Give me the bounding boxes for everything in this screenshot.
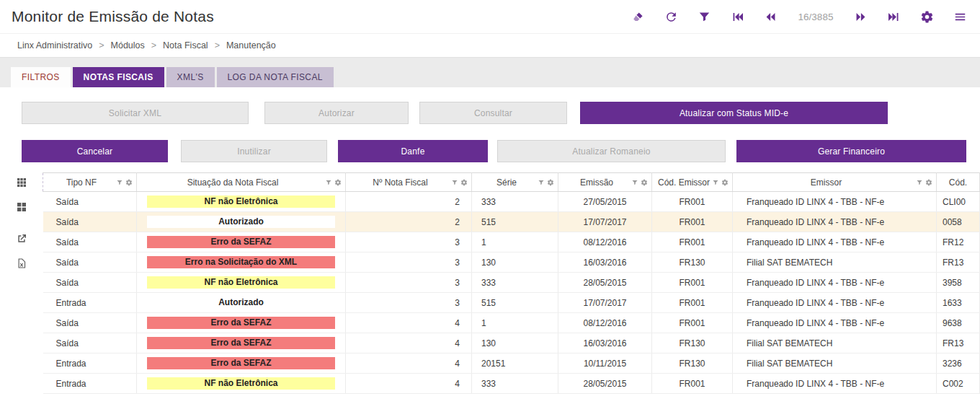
cell-situacao: NF não Eletrônica: [137, 192, 346, 212]
cell-tipo-nf: Saída: [43, 252, 137, 273]
column-filter-icon[interactable]: [116, 179, 123, 186]
table-row[interactable]: Saída Autorizado 2 515 17/07/2017 FR001 …: [43, 212, 980, 232]
next-page-icon[interactable]: [854, 10, 868, 24]
cell-cod: 3958: [937, 273, 980, 293]
table-row[interactable]: Entrada NF não Eletrônica 4 333 28/05/20…: [43, 374, 980, 394]
cell-situacao: Erro da SEFAZ: [137, 232, 346, 252]
status-badge: Erro da SEFAZ: [147, 357, 334, 369]
column-header-cod-emissor[interactable]: Cód. Emissor: [652, 173, 733, 192]
cell-emissor: Franqueado ID LINX 4 - TBB - NF-e: [733, 232, 937, 252]
consultar-button[interactable]: Consultar: [419, 102, 567, 124]
table-row[interactable]: Saída Erro da SEFAZ 3 1 08/12/2016 FR001…: [43, 232, 980, 252]
table-row[interactable]: Saída NF não Eletrônica 3 333 28/05/2015…: [43, 273, 980, 293]
column-header-emissao[interactable]: Emissão: [558, 173, 652, 192]
first-page-icon[interactable]: [731, 10, 744, 24]
column-header-serie[interactable]: Série: [472, 173, 558, 192]
cell-tipo-nf: Saída: [43, 212, 137, 232]
column-header-emissor[interactable]: Emissor: [733, 173, 937, 192]
cell-cod: FR12: [937, 232, 980, 252]
cell-emissor: Franqueado ID LINX 4 - TBB - NF-e: [733, 212, 937, 232]
column-filter-icon[interactable]: [712, 179, 719, 186]
column-filter-icon[interactable]: [916, 179, 923, 186]
cell-numero-nota-fiscal: 3: [346, 293, 472, 313]
cell-cod-emissor: FR130: [652, 333, 733, 354]
autorizar-button[interactable]: Autorizar: [264, 102, 409, 124]
cell-situacao: Autorizado: [137, 212, 346, 232]
cell-emissao: 17/07/2017: [558, 293, 652, 313]
cell-serie: 333: [472, 374, 558, 394]
breadcrumb-item[interactable]: Nota Fiscal: [163, 40, 208, 50]
gear-icon[interactable]: [920, 10, 934, 24]
column-gear-icon[interactable]: [547, 179, 554, 186]
atualizar-romaneio-button[interactable]: Atualizar Romaneio: [497, 140, 726, 162]
cell-cod: C002: [937, 374, 980, 394]
status-badge: Erro da SEFAZ: [147, 337, 334, 349]
tab-xmls[interactable]: XML'S: [166, 67, 215, 87]
column-gear-icon[interactable]: [125, 179, 133, 186]
open-external-icon[interactable]: [16, 233, 27, 247]
tab-notas-fiscais[interactable]: NOTAS FISCAIS: [73, 67, 164, 87]
column-gear-icon[interactable]: [721, 179, 729, 186]
column-gear-icon[interactable]: [334, 179, 342, 186]
last-page-icon[interactable]: [887, 10, 901, 24]
table-row[interactable]: Entrada Autorizado 3 515 17/07/2017 FR00…: [43, 293, 980, 313]
cell-emissao: 10/11/2015: [558, 354, 652, 374]
previous-page-icon[interactable]: [764, 10, 778, 24]
refresh-icon[interactable]: [664, 10, 678, 24]
atualizar-status-mid-e-button[interactable]: Atualizar com Status MID-e: [580, 102, 888, 124]
menu-icon[interactable]: [953, 10, 967, 24]
table-row[interactable]: Saída NF não Eletrônica 2 333 27/05/2015…: [43, 192, 980, 212]
column-header-cod[interactable]: Cód.: [937, 173, 980, 192]
cell-numero-nota-fiscal: 2: [346, 192, 472, 212]
column-header-situacao[interactable]: Situação da Nota Fiscal: [137, 173, 346, 192]
breadcrumb-item[interactable]: Manutenção: [226, 40, 276, 50]
tab-bar: FILTROS NOTAS FISCAIS XML'S LOG DA NOTA …: [0, 58, 980, 87]
table-row[interactable]: Saída Erro na Solicitação do XML 3 130 1…: [43, 252, 980, 273]
cell-emissor: Franqueado ID LINX 4 - TBB - NF-e: [733, 374, 937, 394]
cell-cod-emissor: FR001: [652, 232, 733, 252]
cell-emissor: Franqueado ID LINX 4 - TBB - NF-e: [733, 313, 937, 333]
solicitar-xml-button[interactable]: Solicitar XML: [22, 102, 249, 124]
cell-serie: 130: [472, 252, 558, 273]
column-filter-icon[interactable]: [451, 179, 458, 186]
gerar-financeiro-button[interactable]: Gerar Financeiro: [736, 140, 966, 162]
inutilizar-button[interactable]: Inutilizar: [181, 140, 327, 162]
column-gear-icon[interactable]: [925, 179, 932, 186]
cell-cod: FR13: [937, 333, 980, 354]
breadcrumb-item[interactable]: Linx Administrativo: [17, 40, 92, 50]
cell-cod-emissor: FR130: [652, 252, 733, 273]
danfe-button[interactable]: Danfe: [338, 140, 488, 162]
cell-serie: 515: [472, 293, 558, 313]
column-gear-icon[interactable]: [641, 179, 648, 186]
tab-filtros[interactable]: FILTROS: [11, 67, 71, 87]
cell-tipo-nf: Saída: [43, 313, 137, 333]
eraser-icon[interactable]: [631, 10, 645, 24]
cell-situacao: Erro na Solicitação do XML: [137, 252, 346, 273]
column-header-numero[interactable]: Nº Nota Fiscal: [346, 173, 472, 192]
cell-emissao: 08/12/2016: [558, 313, 652, 333]
table-header-row: Tipo NF Situação da Nota Fiscal Nº Nota …: [43, 173, 980, 192]
table-row[interactable]: Saída Erro da SEFAZ 4 130 16/03/2016 FR1…: [43, 333, 980, 354]
cell-tipo-nf: Saída: [43, 273, 137, 293]
column-header-tipo-nf[interactable]: Tipo NF: [43, 173, 137, 192]
column-gear-icon[interactable]: [460, 179, 468, 186]
grid-view-icon[interactable]: [16, 177, 27, 190]
card-view-icon[interactable]: [16, 201, 27, 215]
cell-numero-nota-fiscal: 3: [346, 232, 472, 252]
column-filter-icon[interactable]: [631, 179, 638, 186]
cell-tipo-nf: Entrada: [43, 293, 137, 313]
column-filter-icon[interactable]: [538, 179, 545, 186]
tab-log-da-nota-fiscal[interactable]: LOG DA NOTA FISCAL: [217, 67, 334, 87]
cancelar-button[interactable]: Cancelar: [22, 140, 168, 162]
status-badge: Autorizado: [147, 297, 334, 309]
breadcrumb-separator: >: [151, 40, 156, 50]
table-row[interactable]: Entrada Erro da SEFAZ 4 20151 10/11/2015…: [43, 354, 980, 374]
column-filter-icon[interactable]: [325, 179, 332, 186]
cell-situacao: Erro da SEFAZ: [137, 354, 346, 374]
cell-emissao: 08/12/2016: [558, 232, 652, 252]
action-row-2: Cancelar Inutilizar Danfe Atualizar Roma…: [0, 140, 980, 162]
breadcrumb-item[interactable]: Módulos: [111, 40, 145, 50]
table-row[interactable]: Saída Erro da SEFAZ 4 1 08/12/2016 FR001…: [43, 313, 980, 333]
filter-icon[interactable]: [698, 10, 711, 24]
export-excel-icon[interactable]: [16, 258, 27, 271]
